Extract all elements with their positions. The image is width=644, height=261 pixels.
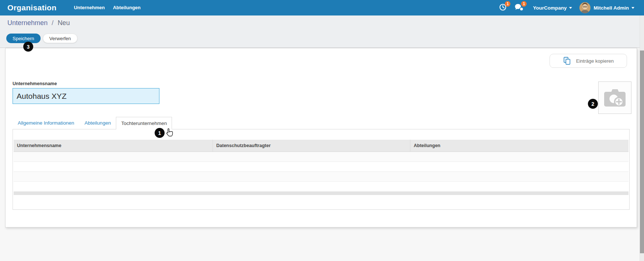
copy-entries-label: Einträge kopieren: [576, 58, 614, 64]
copy-entries-button[interactable]: Einträge kopieren: [550, 54, 627, 68]
company-switcher[interactable]: YourCompany: [531, 5, 579, 11]
avatar: [579, 2, 590, 13]
table-row[interactable]: [14, 182, 628, 192]
annotation-badge-3: 3: [23, 42, 33, 52]
breadcrumb-separator: /: [52, 19, 54, 27]
column-header-abteilungen[interactable]: Abteilungen: [410, 140, 628, 152]
table-row[interactable]: [14, 152, 628, 162]
annotation-badge-2: 2: [588, 99, 598, 109]
vertical-scrollbar-track[interactable]: [640, 15, 644, 261]
tab-allgemeine-informationen[interactable]: Allgemeine Informationen: [13, 117, 79, 129]
table-row[interactable]: [14, 172, 628, 182]
activities-button[interactable]: 1: [498, 3, 507, 12]
chevron-down-icon: [569, 7, 572, 9]
activities-badge: 1: [505, 1, 510, 7]
control-panel-buttons: Speichern Verwerfen: [6, 34, 78, 43]
top-navbar: Organisation Unternehmen Abteilungen 1 1: [0, 0, 644, 15]
camera-add-icon: [603, 88, 626, 108]
control-panel: Unternehmen / Neu Speichern Verwerfen: [0, 15, 644, 48]
company-name-label: Unternehmensname: [13, 81, 57, 86]
messages-badge: 1: [521, 1, 527, 7]
table-row[interactable]: [14, 162, 628, 172]
breadcrumb-current: Neu: [58, 19, 70, 27]
table-footer-band: [14, 192, 628, 195]
hand-cursor-icon: [165, 128, 173, 139]
menu-item-unternehmen[interactable]: Unternehmen: [70, 0, 109, 15]
subsidiaries-table: Unternehmensname Datenschutzbeauftragter…: [14, 140, 628, 195]
top-menu: Unternehmen Abteilungen: [70, 0, 145, 15]
tab-tochterunternehmen[interactable]: Tochterunternehmen: [116, 117, 172, 129]
company-label: YourCompany: [533, 5, 566, 11]
vertical-scrollbar-thumb[interactable]: [640, 51, 644, 253]
save-button[interactable]: Speichern: [6, 34, 41, 43]
annotation-badge-1: 1: [155, 128, 165, 138]
messages-button[interactable]: 1: [514, 3, 523, 12]
tab-abteilungen[interactable]: Abteilungen: [79, 117, 116, 129]
chevron-down-icon: [631, 7, 634, 9]
subsidiaries-tab-panel: Unternehmensname Datenschutzbeauftragter…: [13, 129, 630, 210]
copy-icon: [563, 57, 571, 65]
topbar-right: 1 1 YourCompany: [498, 2, 644, 13]
breadcrumb: Unternehmen / Neu: [7, 19, 70, 27]
app-title[interactable]: Organisation: [0, 3, 56, 12]
discard-button[interactable]: Verwerfen: [43, 34, 78, 43]
company-name-input[interactable]: [13, 88, 159, 104]
user-label: Mitchell Admin: [593, 5, 629, 11]
breadcrumb-parent-link[interactable]: Unternehmen: [7, 19, 48, 27]
column-header-unternehmensname[interactable]: Unternehmensname: [14, 140, 213, 152]
user-menu[interactable]: Mitchell Admin: [579, 2, 634, 13]
form-tabs: Allgemeine Informationen Abteilungen Toc…: [13, 117, 172, 129]
form-card: Einträge kopieren Unternehmensname Allge…: [5, 48, 637, 227]
column-header-datenschutzbeauftragter[interactable]: Datenschutzbeauftragter: [213, 140, 410, 152]
company-logo-upload[interactable]: [598, 81, 631, 114]
table-header-row: Unternehmensname Datenschutzbeauftragter…: [14, 140, 628, 152]
menu-item-abteilungen[interactable]: Abteilungen: [109, 0, 145, 15]
